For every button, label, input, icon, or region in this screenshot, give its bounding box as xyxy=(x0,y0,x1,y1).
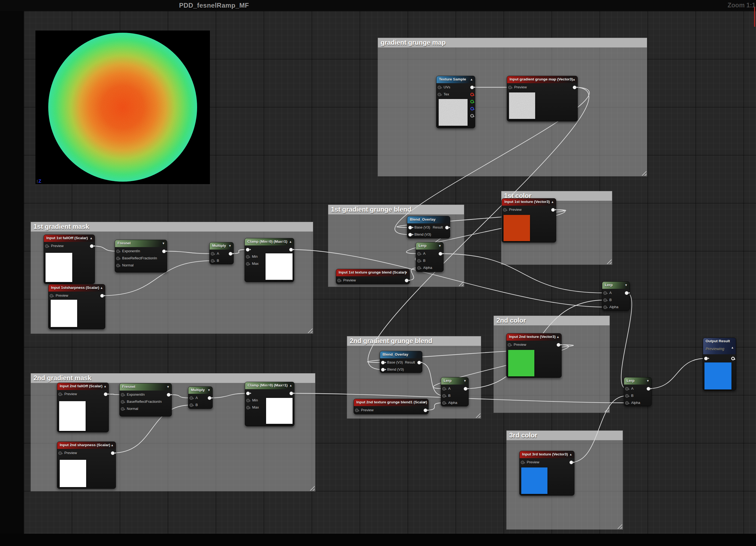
node-header[interactable]: Input 1st texture grunge blend (Scalar)▼ xyxy=(336,269,409,276)
texture-sample-g-pin[interactable] xyxy=(470,100,474,103)
input-2nd-sharpness-out-pin[interactable] xyxy=(111,451,115,455)
node-header[interactable]: Blend_Overlay xyxy=(407,216,450,223)
lerp-1-out-pin[interactable] xyxy=(439,252,442,255)
blend-overlay-2-blend-pin[interactable] xyxy=(381,368,385,372)
comment-title-bar[interactable]: 1st gradient grunge blend xyxy=(328,205,464,214)
blend-overlay-1-base-pin[interactable] xyxy=(408,226,412,229)
input-1st-texture-preview-pin[interactable] xyxy=(503,208,507,212)
input-1st-texture-grunge-blend-preview-pin[interactable] xyxy=(337,279,341,282)
fresnel-2-exponentin-pin[interactable] xyxy=(121,393,124,397)
comment-title-bar[interactable]: 2nd gradient mask xyxy=(31,373,315,383)
clamp-2-out-pin[interactable] xyxy=(290,392,293,395)
lerp-2-a-pin[interactable] xyxy=(442,387,446,391)
blend-overlay-2-base-pin[interactable] xyxy=(381,361,385,364)
node-input-2nd-sharpness[interactable]: Input 2nd sharpness (Scalar)▲Preview xyxy=(57,442,116,489)
node-header[interactable]: Fresnel▼ xyxy=(115,240,167,247)
node-header[interactable]: Lerp▼ xyxy=(416,242,443,249)
collapse-up-icon[interactable]: ▲ xyxy=(556,336,559,339)
resize-handle[interactable] xyxy=(474,412,480,418)
output-result-in-pin[interactable] xyxy=(704,357,708,360)
node-texture-sample[interactable]: Texture Sample▲ UVsTex xyxy=(436,76,475,128)
input-2nd-texture-grunge-blend1-out-pin[interactable] xyxy=(424,409,427,412)
lerp-2-out-pin[interactable] xyxy=(464,387,467,391)
fresnel-2-normal-pin[interactable] xyxy=(121,407,124,411)
comment-title-bar[interactable]: 1st gradient mask xyxy=(31,222,313,231)
node-header[interactable]: Input gradient grunge map (Vector3)▲ xyxy=(507,76,577,83)
multiply-2-b-pin[interactable] xyxy=(189,403,193,407)
resize-handle[interactable] xyxy=(309,485,315,491)
input-2nd-texture-out-pin[interactable] xyxy=(557,343,560,347)
lerp-4-a-pin[interactable] xyxy=(625,387,629,391)
multiply-1-a-pin[interactable] xyxy=(211,252,214,255)
input-gradient-grunge-map-out-pin[interactable] xyxy=(573,86,576,89)
collapse-up-icon[interactable]: ▲ xyxy=(551,200,554,203)
lerp-1-alpha-pin[interactable] xyxy=(417,266,421,270)
clamp-1-max-pin[interactable] xyxy=(246,262,249,265)
input-2nd-falloff-preview-pin[interactable] xyxy=(58,393,62,396)
node-blend-overlay-2[interactable]: Blend_OverlayBase (V3)Blend (V3)Result xyxy=(380,351,422,373)
lerp-3-out-pin[interactable] xyxy=(625,291,628,295)
node-lerp-3[interactable]: Lerp▼ABAlpha xyxy=(602,282,630,311)
node-output-result[interactable]: Output ResultPreviewing▲ xyxy=(703,338,736,391)
input-2nd-sharpness-preview-pin[interactable] xyxy=(58,451,62,455)
input-2nd-texture-preview-pin[interactable] xyxy=(508,343,511,347)
material-preview-viewport[interactable]: Z xyxy=(35,31,210,184)
blend-overlay-1-blend-pin[interactable] xyxy=(408,233,412,236)
node-header[interactable]: Clamp (Min=0) (Max=1)▲ xyxy=(245,238,294,245)
node-blend-overlay-1[interactable]: Blend_OverlayBase (V3)Blend (V3)Result xyxy=(407,216,450,238)
texture-sample-a-pin[interactable] xyxy=(470,114,474,117)
collapse-up-icon[interactable]: ▲ xyxy=(573,78,576,81)
node-header[interactable]: Input 1st fallOff (Scalar)▲ xyxy=(44,235,95,242)
node-input-2nd-texture[interactable]: Input 2nd texture (Vector3)▲Preview xyxy=(506,333,562,378)
fresnel-2-basereflectfractionin-pin[interactable] xyxy=(121,400,124,404)
node-lerp-2[interactable]: Lerp▼ABAlpha xyxy=(441,377,469,406)
node-lerp-1[interactable]: Lerp▼ABAlpha xyxy=(416,242,444,272)
node-lerp-4[interactable]: Lerp▼ABAlpha xyxy=(624,377,652,406)
collapse-down-icon[interactable]: ▼ xyxy=(646,379,649,382)
resize-handle[interactable] xyxy=(457,280,463,286)
fresnel-1-normal-pin[interactable] xyxy=(116,264,120,267)
comment-title-bar[interactable]: 3rd color xyxy=(507,431,623,440)
clamp-1-in-pin[interactable] xyxy=(246,248,249,251)
input-1st-sharpness-preview-pin[interactable] xyxy=(50,294,53,298)
node-header[interactable]: Lerp▼ xyxy=(602,282,630,289)
node-input-2nd-falloff[interactable]: Input 2nd fallOff (Scalar)▲Preview xyxy=(57,383,109,432)
node-header[interactable]: Lerp▼ xyxy=(624,378,651,385)
lerp-3-alpha-pin[interactable] xyxy=(603,306,607,309)
collapse-up-icon[interactable]: ▲ xyxy=(104,385,107,388)
collapse-down-icon[interactable]: ▼ xyxy=(405,271,408,274)
node-fresnel-2[interactable]: Fresnel▼ExponentInBaseReflectFractionInN… xyxy=(119,383,172,417)
node-input-1st-sharpness[interactable]: Input 1stsharpness (Scalar)▲Preview xyxy=(48,284,105,329)
node-input-2nd-texture-grunge-blend1[interactable]: Input 2nd texture grunge blend1 (Scalar)… xyxy=(354,399,429,414)
node-header[interactable]: Input 2nd texture grunge blend1 (Scalar)… xyxy=(354,399,428,406)
texture-sample-r-pin[interactable] xyxy=(470,93,474,96)
collapse-up-icon[interactable]: ▲ xyxy=(289,240,292,243)
node-multiply-2[interactable]: Multiply▼AB xyxy=(188,387,213,409)
resize-handle[interactable] xyxy=(640,170,646,176)
lerp-4-b-pin[interactable] xyxy=(625,394,629,398)
node-input-1st-falloff[interactable]: Input 1st fallOff (Scalar)▲Preview xyxy=(44,234,95,284)
input-1st-sharpness-out-pin[interactable] xyxy=(100,294,104,298)
node-header[interactable]: Output ResultPreviewing▲ xyxy=(703,338,736,354)
collapse-up-icon[interactable]: ▲ xyxy=(289,384,292,387)
node-input-1st-texture[interactable]: Input 1st texture (Vector3)▲Preview xyxy=(502,198,556,242)
fresnel-2-out-pin[interactable] xyxy=(167,393,170,397)
node-header[interactable]: Texture Sample▲ xyxy=(436,76,475,83)
texture-sample-b-pin[interactable] xyxy=(470,107,474,110)
input-1st-falloff-out-pin[interactable] xyxy=(90,244,94,248)
clamp-2-in-pin[interactable] xyxy=(246,392,250,395)
lerp-3-b-pin[interactable] xyxy=(603,299,607,302)
collapse-down-icon[interactable]: ▼ xyxy=(207,389,210,392)
collapse-up-icon[interactable]: ▲ xyxy=(100,287,103,290)
node-header[interactable]: Input 3rd texture (Vector3)▲ xyxy=(520,451,574,458)
output-result-out-pin[interactable] xyxy=(731,357,735,360)
clamp-1-out-pin[interactable] xyxy=(289,248,293,251)
input-3rd-texture-out-pin[interactable] xyxy=(570,461,573,464)
texture-sample-rgb-pin[interactable] xyxy=(470,86,474,89)
node-header[interactable]: Blend_Overlay xyxy=(380,351,422,358)
blend-overlay-1-result-pin[interactable] xyxy=(445,226,449,229)
comment-title-bar[interactable]: 2nd color xyxy=(494,316,610,325)
collapse-down-icon[interactable]: ▼ xyxy=(438,244,441,247)
multiply-2-a-pin[interactable] xyxy=(189,396,193,400)
input-gradient-grunge-map-preview-pin[interactable] xyxy=(508,86,512,89)
